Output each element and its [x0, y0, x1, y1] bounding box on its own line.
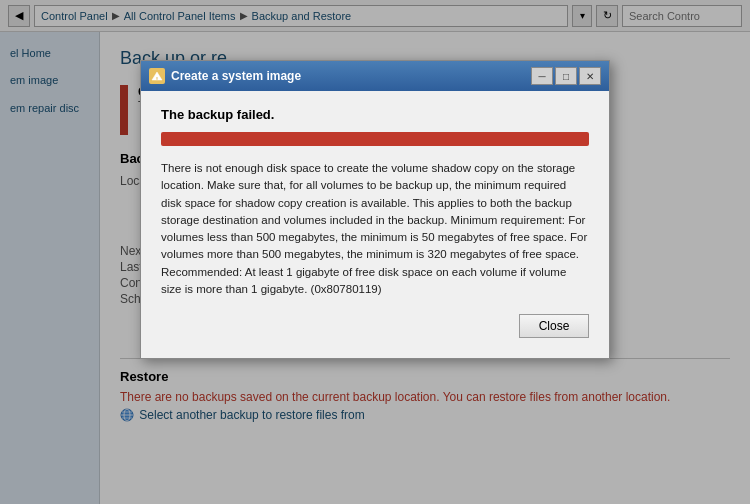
- modal-close-button[interactable]: ✕: [579, 67, 601, 85]
- modal-titlebar: Create a system image ─ □ ✕: [141, 61, 609, 91]
- modal-description: There is not enough disk space to create…: [161, 160, 589, 298]
- modal-window: Create a system image ─ □ ✕ The backup f…: [140, 60, 610, 359]
- modal-footer: Close: [161, 314, 589, 338]
- modal-overlay: Create a system image ─ □ ✕ The backup f…: [0, 0, 750, 504]
- svg-rect-20: [157, 77, 158, 79]
- svg-point-21: [157, 79, 158, 80]
- modal-icon: [149, 68, 165, 84]
- close-dialog-button[interactable]: Close: [519, 314, 589, 338]
- modal-failed-text: The backup failed.: [161, 107, 589, 122]
- modal-body: The backup failed. There is not enough d…: [141, 91, 609, 358]
- modal-controls: ─ □ ✕: [531, 67, 601, 85]
- modal-error-bar: [161, 132, 589, 146]
- modal-minimize-button[interactable]: ─: [531, 67, 553, 85]
- modal-maximize-button[interactable]: □: [555, 67, 577, 85]
- modal-title-text: Create a system image: [171, 69, 525, 83]
